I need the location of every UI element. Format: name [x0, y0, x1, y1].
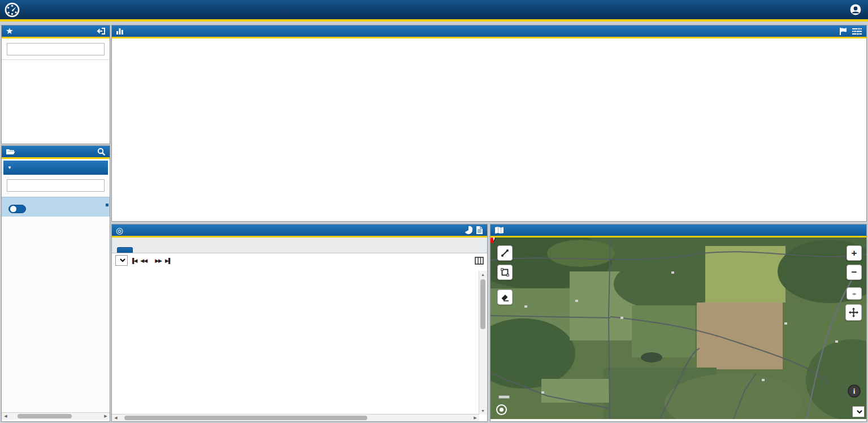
- table-vertical-scrollbar[interactable]: ▲ ▼: [479, 271, 487, 415]
- chart-settings-sliders-icon[interactable]: [852, 27, 862, 36]
- side-panel-toggle-button[interactable]: ◂▸: [847, 287, 862, 300]
- map-icon: [494, 226, 504, 234]
- scroll-up-arrow[interactable]: ▲: [479, 271, 487, 278]
- flag-icon[interactable]: [839, 27, 849, 36]
- scroll-left-arrow[interactable]: ◀: [112, 416, 120, 420]
- scrollbar-thumb[interactable]: [480, 279, 485, 329]
- column-chooser-icon[interactable]: [475, 257, 484, 265]
- tab-cis[interactable]: [117, 247, 133, 253]
- survey-segments-header[interactable]: ▼: [3, 161, 108, 175]
- favorites-panel: ★: [1, 25, 110, 144]
- mapbox-logo-icon: [496, 404, 507, 415]
- map-panel-header: [491, 225, 866, 238]
- top-bar: [0, 0, 868, 21]
- scroll-right-arrow[interactable]: ▶: [471, 416, 479, 420]
- map-info-button[interactable]: i: [848, 385, 861, 398]
- table-pagination-bar: ▐◀ ◀◀ ▶▶ ▶▌: [112, 253, 487, 267]
- mapbox-attribution[interactable]: [496, 404, 510, 415]
- user-icon: [850, 4, 861, 15]
- pie-chart-icon[interactable]: [464, 226, 473, 235]
- chevron-down-icon: ▼: [7, 165, 12, 170]
- chart-icon: [116, 27, 125, 35]
- table-horizontal-scrollbar[interactable]: ◀ ▶: [112, 414, 479, 421]
- collapse-panel-icon[interactable]: [97, 28, 106, 34]
- scrollbar-thumb[interactable]: [124, 416, 367, 420]
- table-scroll-area[interactable]: [112, 267, 479, 411]
- chart-panel: [111, 25, 867, 222]
- basemap-select[interactable]: [852, 406, 865, 417]
- navigation-panel: ▼ ◀ ▶: [1, 145, 110, 422]
- last-page-button[interactable]: ▶▌: [164, 258, 172, 264]
- chart-range-selector[interactable]: [112, 153, 866, 174]
- folder-icon: [6, 148, 15, 156]
- measure-line-tool-button[interactable]: [497, 245, 513, 261]
- next-page-button[interactable]: ▶▶: [154, 258, 162, 264]
- scroll-left-arrow[interactable]: ◀: [2, 414, 10, 418]
- zoom-in-button[interactable]: +: [847, 245, 862, 261]
- target-icon: ◎: [116, 226, 123, 235]
- map-panel: + − ◂▸ i: [490, 224, 867, 422]
- favorites-header: ★: [2, 25, 110, 38]
- app-root: ★ ▼: [0, 0, 868, 423]
- star-icon: ★: [6, 26, 13, 36]
- chart-histogram[interactable]: [112, 176, 866, 221]
- table-panel: ◎ ▐◀ ◀◀ ▶▶ ▶▌ ▲: [111, 224, 488, 422]
- layer-selector[interactable]: [852, 406, 865, 417]
- segment-visibility-toggle[interactable]: [8, 205, 26, 213]
- zoom-out-button[interactable]: −: [847, 265, 862, 280]
- scrollbar-thumb[interactable]: [18, 414, 72, 418]
- page-select[interactable]: [115, 255, 128, 266]
- table-panel-header: ◎: [112, 225, 487, 238]
- scroll-down-arrow[interactable]: ▼: [479, 407, 487, 415]
- rectangle-select-tool-button[interactable]: [497, 265, 513, 280]
- favorites-list: [2, 59, 110, 60]
- sidebar-horizontal-scrollbar[interactable]: ◀ ▶: [2, 412, 110, 420]
- first-page-button[interactable]: ▐◀: [130, 258, 137, 264]
- chart-info-line: [112, 38, 866, 52]
- segments-search-input[interactable]: [7, 179, 105, 192]
- search-icon[interactable]: [97, 148, 106, 156]
- favorites-search-input[interactable]: [7, 43, 105, 55]
- chart-panel-header: [112, 25, 866, 38]
- report-document-icon[interactable]: [476, 226, 483, 235]
- pan-tool-button[interactable]: [845, 304, 862, 321]
- eraser-tool-button[interactable]: [497, 290, 513, 305]
- user-menu[interactable]: [846, 4, 861, 15]
- survey-line-chart[interactable]: [112, 52, 866, 151]
- app-logo-gauge-icon: [5, 2, 20, 18]
- scroll-right-arrow[interactable]: ▶: [102, 414, 110, 418]
- table-tab-bar: [112, 238, 487, 253]
- prev-page-button[interactable]: ◀◀: [140, 258, 147, 264]
- segment-list-item[interactable]: [2, 197, 110, 217]
- navigation-header: [2, 146, 110, 159]
- map-canvas[interactable]: + − ◂▸ i: [491, 238, 866, 419]
- satellite-imagery: [491, 238, 866, 419]
- segment-corner-mark: [106, 204, 108, 206]
- map-scale-label: [498, 395, 510, 399]
